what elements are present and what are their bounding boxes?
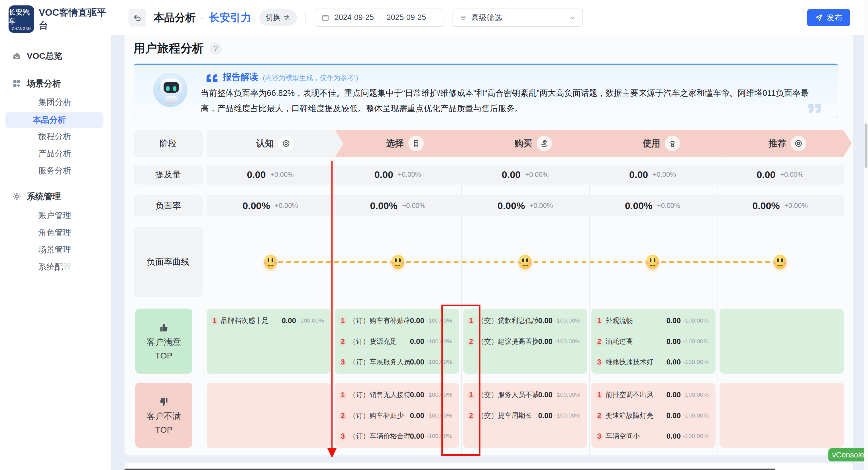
topic-value: 0.00 <box>282 316 296 325</box>
stage-cell-selection[interactable]: 选择 <box>335 130 459 157</box>
topic-label: （订）销售无人接待 <box>349 390 410 399</box>
rank-badge: 2 <box>339 337 347 346</box>
sidebar-item-journey-analysis[interactable]: 旅程分析 <box>0 128 111 145</box>
mentions-delta: +0.00% <box>653 171 676 179</box>
topic-value: 0.00 <box>538 337 553 346</box>
topic-delta: -100.00% <box>683 433 713 439</box>
sidebar-section-system-management[interactable]: 系统管理 <box>0 188 111 205</box>
stage-cell-usage[interactable]: 使用 <box>591 130 716 157</box>
publish-button[interactable]: 发布 <box>807 9 850 26</box>
sidebar-item-role-management[interactable]: 角色管理 <box>0 224 111 241</box>
bookmark-icon <box>408 136 424 151</box>
topic-value: 0.00 <box>666 337 681 346</box>
stage-cell-recommendation[interactable]: 推荐 <box>719 130 844 157</box>
negative-rate-bar: 0.00% +0.00% 0.00% +0.00% 0.00% +0.00% 0… <box>207 195 844 216</box>
sidebar-item-system-config[interactable]: 系统配置 <box>0 258 111 275</box>
robot-body <box>165 96 177 104</box>
topic-label: （订）购车补贴少 <box>349 411 404 420</box>
calendar-icon <box>321 14 330 22</box>
topic-label: （交）服务人员不诚信行为 <box>477 390 538 399</box>
report-interpretation-panel: 报告解读 (内容为模型生成，仅作为参考!) 当前整体负面率为66.82%，表现不… <box>134 64 838 118</box>
sidebar-item-group-analysis[interactable]: 集团分析 <box>0 94 111 111</box>
mentions-value: 0.00 <box>756 169 775 180</box>
date-start-value: 2024-09-25 <box>335 13 374 22</box>
row-label-negative-rate: 负面率 <box>134 195 203 216</box>
signal-icon <box>665 136 680 151</box>
sidebar-item-label: 旅程分析 <box>0 131 71 142</box>
topic-value: 0.00 <box>538 411 553 420</box>
topic-value: 0.00 <box>410 337 424 346</box>
header-divider <box>306 11 306 24</box>
changan-logo: 长安汽车 CHANGAN <box>8 5 34 33</box>
mentions-value: 0.00 <box>629 169 648 180</box>
sidebar-item-service-analysis[interactable]: 服务分析 <box>0 162 111 179</box>
sidebar-item-label: 产品分析 <box>0 148 71 159</box>
topic-value: 0.00 <box>666 358 681 366</box>
negative-rate-cell: 0.00% +0.00% <box>334 195 461 216</box>
robot-visor <box>163 82 179 93</box>
stage-cell-awareness[interactable]: 认知 <box>207 130 331 157</box>
sidebar-item-product-self-analysis[interactable]: 本品分析 <box>0 112 111 128</box>
mentions-delta: +0.00% <box>271 171 294 179</box>
sidebar-item-product-analysis[interactable]: 产品分析 <box>0 145 111 162</box>
vconsole-button[interactable]: vConsole <box>828 448 868 462</box>
sidebar-item-label: 系统配置 <box>0 261 71 273</box>
dissatisfied-box-0 <box>207 383 331 448</box>
title-separator: - <box>201 12 204 23</box>
mentions-delta: +0.00% <box>525 171 549 179</box>
stage-name: 推荐 <box>769 138 786 149</box>
app-logo: 长安汽车 CHANGAN VOC客情直驱平台 <box>8 5 111 33</box>
mentions-cell: 0.00 +0.00% <box>334 165 461 184</box>
sidebar-item-label: VOC总览 <box>27 50 62 62</box>
date-range-separator: - <box>379 13 381 22</box>
topic-label: 品牌档次感十足 <box>221 316 269 325</box>
mentions-value: 0.00 <box>247 169 266 180</box>
apps-grid-icon <box>12 79 22 88</box>
mentions-cell: 0.00 +0.00% <box>716 165 844 184</box>
top-item: 2 （订）货源充足 0.00 -100.00% <box>339 335 456 348</box>
report-disclaimer: (内容为模型生成，仅作为参考!) <box>263 73 358 83</box>
sidebar-section-label: 场景分析 <box>27 78 61 90</box>
stage-cell-purchase[interactable]: 购买 <box>463 130 587 157</box>
satisfied-label-line1: 客户满意 <box>147 336 181 348</box>
swap-arrows-icon <box>283 14 291 21</box>
sidebar-item-account-management[interactable]: 账户管理 <box>0 207 111 224</box>
topic-value: 0.00 <box>410 390 424 399</box>
report-body-text: 当前整体负面率为66.82%，表现不佳。重点问题集中于“日常维护/维修成本”和“… <box>200 85 819 116</box>
switch-button[interactable]: 切换 <box>259 9 297 26</box>
mentions-row: 提及量 0.00 +0.00% 0.00 +0.00% 0.00 +0.00% … <box>134 165 844 184</box>
date-range-picker[interactable]: 2024-09-25 - 2025-09-25 <box>315 8 443 27</box>
sidebar-item-voc-overview[interactable]: VOC总览 <box>0 47 111 64</box>
rank-badge: 3 <box>339 358 347 366</box>
back-button[interactable] <box>128 9 146 27</box>
topic-label: 变速箱故障灯亮 <box>606 411 653 420</box>
stage-name: 使用 <box>643 138 660 149</box>
topic-label: （订）车展服务人员态度冷漠 <box>349 357 410 366</box>
advanced-filter-select[interactable]: 高级筛选 <box>453 8 583 27</box>
satisfied-box-0: 1 品牌档次感十足 0.00 -100.00% <box>207 309 331 374</box>
help-icon[interactable]: ? <box>210 42 222 55</box>
sidebar-section-scene-analysis[interactable]: 场景分析 <box>0 75 111 92</box>
top-item: 1 （交）服务人员不诚信行为 0.00 -100.00% <box>467 388 585 401</box>
top-item: 3 （订）车辆价格合理 0.00 -100.00% <box>339 430 456 442</box>
quote-open-icon <box>206 73 218 83</box>
topic-value: 0.00 <box>666 316 681 325</box>
topic-value: 0.00 <box>538 316 553 325</box>
mentions-cell: 0.00 +0.00% <box>461 165 589 184</box>
stage-chevron: 使用 <box>591 130 728 157</box>
thumbs-down-icon <box>158 396 169 408</box>
negative-rate-delta: +0.00% <box>784 202 808 210</box>
home-icon <box>12 51 22 61</box>
app-title: VOC客情直驱平台 <box>39 6 111 32</box>
report-header: 报告解读 (内容为模型生成，仅作为参考!) <box>206 71 358 83</box>
sidebar-item-scene-management[interactable]: 场景管理 <box>0 241 111 258</box>
topic-label: （订）车辆价格合理 <box>349 432 410 441</box>
annotation-arrow-head <box>328 448 337 458</box>
brand-name[interactable]: 长安引力 <box>209 10 251 25</box>
scrollbar-thumb[interactable] <box>865 123 867 168</box>
top-item: 1 前排空调不出风 0.00 -100.00% <box>595 388 713 401</box>
negative-rate-delta: +0.00% <box>657 202 680 210</box>
top-item: 2 （交）建议提高置换补贴额度 0.00 -100.00% <box>467 335 585 348</box>
target-icon <box>791 136 806 151</box>
annotation-arrow-line <box>332 161 333 450</box>
